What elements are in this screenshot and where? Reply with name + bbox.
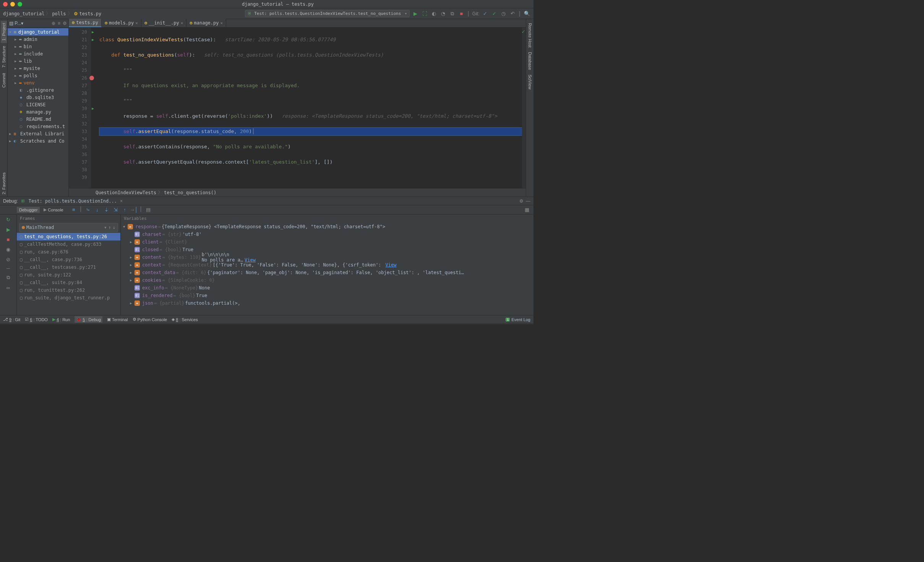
tree-scratches[interactable]: ▶◐Scratches and Co xyxy=(8,137,68,145)
remote-host-tool-button[interactable]: Remote Host xyxy=(527,21,533,50)
link-icon[interactable]: ∞ xyxy=(5,284,12,291)
var-item[interactable]: ▶≡context = {RequestContext} [{'True': T… xyxy=(121,261,533,269)
minimize-icon[interactable]: — xyxy=(526,198,530,204)
inspections-ok-icon[interactable]: ✓ xyxy=(522,28,525,34)
settings-icon[interactable]: ⚙ xyxy=(63,21,67,26)
tree-file-requirements[interactable]: ▢requirements.t xyxy=(8,123,68,130)
gear-icon[interactable]: ⚙ xyxy=(519,198,524,204)
maximize-window-icon[interactable] xyxy=(18,2,22,6)
var-item[interactable]: ▶≡cookies = {SimpleCookie: 0} xyxy=(121,276,533,284)
editor-gutter[interactable]: 20▶ 21▶ 22 23 24 25 26 27 28 29 30▶ 31 3… xyxy=(69,28,91,188)
close-icon[interactable]: × xyxy=(181,21,183,26)
tree-file-license[interactable]: ▢LICENSE xyxy=(8,101,68,108)
tree-folder-include[interactable]: ▶▬include xyxy=(8,50,68,57)
var-root[interactable]: ▼≡response = {TemplateResponse} <Templat… xyxy=(121,223,533,231)
resume-icon[interactable]: ▶ xyxy=(5,226,12,233)
favorites-tool-button[interactable]: 2: Favorites xyxy=(1,170,7,197)
rerun-icon[interactable]: ↻ xyxy=(5,216,12,223)
var-item[interactable]: 01closed = {bool} True xyxy=(121,246,533,253)
git-revert-icon[interactable]: ↶ xyxy=(509,10,516,17)
debug-button[interactable]: ⛶ xyxy=(421,10,428,17)
evaluate-icon[interactable]: ▤ xyxy=(145,206,152,213)
mute-breakpoints-icon[interactable]: ⊘ xyxy=(5,256,12,263)
frame-item[interactable]: ▢test_no_questions, tests.py:26 xyxy=(17,233,120,240)
run-gutter-icon[interactable]: ▶ xyxy=(89,28,94,36)
var-item[interactable]: ▶≡json = {partial} functools.partial(>, xyxy=(121,299,533,307)
select-opened-file-icon[interactable]: ⊕ xyxy=(52,21,55,26)
minimize-window-icon[interactable] xyxy=(10,2,15,6)
thread-selector[interactable]: MainThread ▾↑↓ xyxy=(19,223,118,232)
step-over-icon[interactable]: ⤷ xyxy=(84,206,91,213)
var-item[interactable]: 01is_rendered = {bool} True xyxy=(121,292,533,299)
step-over-align-icon[interactable]: ≡ xyxy=(70,206,77,213)
tab-tests[interactable]: ⚙tests.py xyxy=(69,19,102,27)
project-view-title[interactable]: ▤ P...▾ xyxy=(9,21,23,26)
git-history-icon[interactable]: ◷ xyxy=(500,10,507,17)
concurrency-button[interactable]: ⧉ xyxy=(449,10,456,17)
tree-file-db[interactable]: ◆db.sqlite3 xyxy=(8,94,68,101)
breadcrumb-folder[interactable]: polls xyxy=(52,11,66,16)
services-tool-button[interactable]: ◈ 8: Services xyxy=(172,317,198,322)
code-editor[interactable]: 20▶ 21▶ 22 23 24 25 26 27 28 29 30▶ 31 3… xyxy=(69,28,526,188)
search-everywhere-icon[interactable]: 🔍 xyxy=(524,10,530,17)
tree-folder-admin[interactable]: ▶▬admin xyxy=(8,36,68,43)
tree-file-gitignore[interactable]: ◧.gitignore xyxy=(8,86,68,94)
tree-folder-mysite[interactable]: ▶▬mysite xyxy=(8,65,68,72)
profile-button[interactable]: ◔ xyxy=(439,10,446,17)
close-icon[interactable]: × xyxy=(135,21,138,26)
var-item[interactable]: 01exc_info = {NoneType} None xyxy=(121,284,533,292)
tab-init[interactable]: ⚙__init__.py× xyxy=(141,19,186,27)
run-tool-button[interactable]: ▶ 4: Run xyxy=(52,317,70,322)
structure-tool-button[interactable]: 7: Structure xyxy=(1,44,7,70)
tree-root[interactable]: ▼▣django_tutorial xyxy=(8,28,68,36)
variables-tree[interactable]: ▼≡response = {TemplateResponse} <Templat… xyxy=(121,222,533,315)
step-out-icon[interactable]: ↑ xyxy=(121,206,128,213)
var-item[interactable]: ▶≡context_data = {dict: 6} {'paginator':… xyxy=(121,269,533,276)
run-button[interactable]: ▶ xyxy=(412,10,419,17)
editor-marker-stripe[interactable] xyxy=(522,28,526,188)
tab-manage[interactable]: ⚙manage.py× xyxy=(186,19,226,27)
breadcrumb-root[interactable]: django_tutorial xyxy=(3,11,44,16)
var-item[interactable]: 01charset = {str} 'utf-8' xyxy=(121,231,533,238)
tab-models[interactable]: ⚙models.py× xyxy=(102,19,141,27)
var-item[interactable]: ▶≡client = {Client} xyxy=(121,238,533,246)
frame-item[interactable]: ▢run_suite, django_test_runner.p xyxy=(17,294,120,302)
frame-item[interactable]: ▢_callTestMethod, case.py:633 xyxy=(17,240,120,248)
prev-frame-icon[interactable]: ↑ xyxy=(109,225,111,230)
force-step-icon[interactable]: ⇲ xyxy=(112,206,119,213)
copy-icon[interactable]: ⧉ xyxy=(5,274,12,281)
todo-tool-button[interactable]: ☑ 6: TODO xyxy=(25,317,48,322)
close-tab-icon[interactable]: × xyxy=(120,198,123,204)
run-gutter-icon[interactable]: ▶ xyxy=(89,105,94,112)
frame-item[interactable]: ▢run, tcunittest.py:262 xyxy=(17,286,120,294)
close-window-icon[interactable] xyxy=(3,2,8,6)
run-gutter-icon[interactable]: ▶ xyxy=(89,36,94,44)
console-tab[interactable]: ▶Console xyxy=(41,206,65,213)
debugger-tab[interactable]: Debugger xyxy=(17,207,40,213)
sciview-tool-button[interactable]: SciView xyxy=(527,72,533,92)
git-tool-button[interactable]: ⎇ 9: Git xyxy=(3,317,20,322)
view-breakpoints-icon[interactable]: ◉ xyxy=(5,246,12,253)
event-log-button[interactable]: 1Event Log xyxy=(506,317,530,322)
tree-file-readme[interactable]: ▢README.md xyxy=(8,115,68,123)
terminal-tool-button[interactable]: ▣ Terminal xyxy=(107,317,128,322)
breadcrumb-file[interactable]: tests.py xyxy=(79,11,102,16)
frame-item[interactable]: ▢__call__, testcases.py:271 xyxy=(17,263,120,271)
var-item[interactable]: ▶≡content = {bytes: 110} b'\n\n\n\n No p… xyxy=(121,253,533,261)
tree-folder-venv[interactable]: ▶▬venv xyxy=(8,79,68,86)
database-tool-button[interactable]: Database xyxy=(527,50,533,72)
stop-debug-icon[interactable]: ■ xyxy=(5,236,12,243)
expand-all-icon[interactable]: ≡ xyxy=(58,21,60,26)
commit-tool-button[interactable]: Commit xyxy=(1,71,7,90)
coverage-button[interactable]: ◐ xyxy=(430,10,437,17)
debug-tool-button[interactable]: 🐞 5: Debug xyxy=(75,316,102,323)
tree-external-libs[interactable]: ▶▥External Librari xyxy=(8,130,68,137)
layout-settings-icon[interactable]: ▦ xyxy=(524,206,530,213)
git-update-icon[interactable]: ✓ xyxy=(482,10,489,17)
frame-item[interactable]: ▢__call__, case.py:736 xyxy=(17,256,120,263)
tree-folder-lib[interactable]: ▶▬lib xyxy=(8,57,68,65)
python-console-tool-button[interactable]: ⚙ Python Console xyxy=(133,317,167,322)
tree-file-manage[interactable]: ⚙manage.py xyxy=(8,108,68,115)
step-into-my-icon[interactable]: ⇣ xyxy=(103,206,110,213)
stop-button[interactable]: ■ xyxy=(458,10,465,17)
